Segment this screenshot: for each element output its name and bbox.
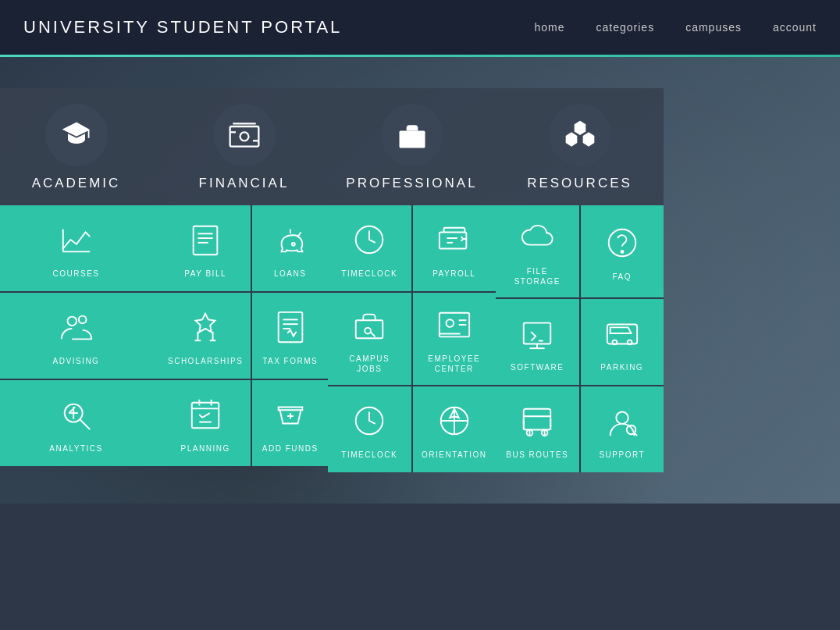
svg-marker-47 (582, 132, 594, 146)
employee-icon (436, 307, 472, 346)
svg-point-38 (446, 319, 454, 327)
category-label-financial: FINANCIAL (199, 176, 290, 191)
svg-line-5 (80, 419, 89, 429)
bus-icon (519, 403, 555, 442)
grid-item-label-professional-4: TIMECLOCK (341, 450, 397, 460)
svg-point-50 (621, 251, 623, 253)
money-icon (213, 104, 276, 166)
grid-item-label-financial-1: LOANS (274, 269, 306, 279)
hexagons-icon (549, 104, 611, 166)
grid-item-academic-2[interactable]: ANALYTICS (0, 380, 160, 466)
grid-item-label-resources-2: SOFTWARE (511, 362, 564, 372)
piggy-icon (272, 222, 308, 261)
parking-icon (604, 315, 640, 354)
svg-point-56 (612, 340, 617, 344)
grid-item-resources-2[interactable]: SOFTWARE (496, 299, 579, 385)
clock-icon (351, 222, 387, 261)
svg-point-10 (240, 132, 248, 141)
software-icon (519, 315, 555, 354)
category-col-resources: RESOURCESFILE STORAGEFAQSOFTWAREPARKINGB… (496, 88, 664, 472)
grid-item-professional-2[interactable]: CAMPUS JOBS (328, 293, 411, 385)
grid-item-professional-4[interactable]: TIMECLOCK (328, 386, 411, 472)
svg-point-66 (616, 411, 628, 423)
grid-item-label-academic-1: ADVISING (53, 356, 100, 366)
chart-line-icon (59, 222, 94, 261)
support-icon (604, 403, 640, 442)
grid-item-resources-1[interactable]: FAQ (581, 205, 664, 297)
grid-item-professional-3[interactable]: EMPLOYEE CENTER (413, 293, 497, 385)
category-col-financial: FINANCIALPAY BILLLOANSSCHOLARSHIPSTAX FO… (160, 88, 328, 472)
category-header-resources: RESOURCES (496, 88, 664, 205)
grid-item-financial-2[interactable]: SCHOLARSHIPS (160, 293, 251, 379)
category-label-resources: RESOURCES (527, 176, 632, 191)
portal-content: ACADEMICCOURSESADVISINGANALYTICSFINANCIA… (0, 57, 840, 504)
grid-item-financial-1[interactable]: LOANS (252, 205, 328, 291)
campusjobs-icon (351, 307, 387, 346)
bill-icon (187, 222, 223, 261)
nav-account[interactable]: account (773, 21, 817, 34)
graduation-icon (45, 104, 108, 166)
category-grid-financial: PAY BILLLOANSSCHOLARSHIPSTAX FORMSPLANNI… (160, 205, 328, 466)
grid-item-financial-4[interactable]: PLANNING (160, 380, 251, 466)
cloud-icon (519, 219, 555, 258)
grid-item-label-resources-5: SUPPORT (599, 450, 645, 460)
svg-rect-34 (356, 320, 383, 338)
category-header-financial: FINANCIAL (160, 88, 328, 205)
category-grid-resources: FILE STORAGEFAQSOFTWAREPARKINGBUS ROUTES… (496, 205, 664, 472)
grid-item-resources-4[interactable]: BUS ROUTES (496, 386, 579, 472)
analytics-icon (59, 397, 94, 436)
taxform-icon (272, 309, 308, 348)
category-grid-professional: TIMECLOCKPAYROLLCAMPUS JOBSEMPLOYEE CENT… (328, 205, 496, 472)
orientation-icon (436, 403, 472, 442)
svg-point-3 (78, 315, 86, 323)
grid-item-professional-1[interactable]: PAYROLL (413, 205, 497, 291)
svg-marker-48 (565, 132, 577, 146)
svg-line-36 (371, 333, 376, 337)
people-icon (59, 309, 94, 348)
navbar: UNIVERSITY STUDENT PORTAL home categorie… (0, 0, 840, 55)
grid-item-financial-3[interactable]: TAX FORMS (252, 293, 328, 379)
grid-item-label-academic-2: ANALYTICS (49, 443, 102, 454)
grid-item-label-financial-2: SCHOLARSHIPS (168, 356, 243, 366)
nav-home[interactable]: home (535, 21, 565, 34)
grid-item-label-professional-5: ORIENTATION (422, 450, 486, 460)
grid-item-academic-1[interactable]: ADVISING (0, 293, 160, 379)
grid-item-label-professional-0: TIMECLOCK (341, 269, 397, 279)
grid-item-resources-3[interactable]: PARKING (581, 299, 664, 385)
grid-item-label-financial-0: PAY BILL (184, 269, 226, 279)
clock-icon (351, 403, 387, 442)
grid-item-label-resources-3: PARKING (600, 362, 643, 372)
svg-point-57 (627, 340, 632, 344)
scholarship-icon (187, 309, 223, 348)
category-col-professional: PROFESSIONALTIMECLOCKPAYROLLCAMPUS JOBSE… (328, 88, 496, 472)
grid-item-professional-0[interactable]: TIMECLOCK (328, 205, 411, 291)
svg-point-35 (365, 328, 372, 334)
category-header-academic: ACADEMIC (0, 88, 160, 205)
category-label-professional: PROFESSIONAL (346, 176, 477, 191)
nav-categories[interactable]: categories (596, 21, 655, 34)
grid-item-professional-5[interactable]: ORIENTATION (413, 386, 497, 472)
question-icon (604, 225, 640, 264)
grid-item-label-resources-1: FAQ (612, 272, 632, 282)
svg-marker-46 (574, 121, 586, 135)
svg-rect-19 (278, 311, 302, 341)
category-col-academic: ACADEMICCOURSESADVISINGANALYTICS (0, 88, 160, 472)
svg-rect-9 (230, 126, 258, 147)
grid-item-financial-5[interactable]: ADD FUNDS (252, 380, 328, 466)
grid-item-label-professional-1: PAYROLL (432, 269, 475, 279)
category-header-professional: PROFESSIONAL (328, 88, 496, 205)
grid-item-label-professional-2: CAMPUS JOBS (336, 354, 404, 374)
nav-campuses[interactable]: campuses (685, 21, 742, 34)
grid-item-label-professional-3: EMPLOYEE CENTER (421, 354, 489, 374)
grid-item-resources-0[interactable]: FILE STORAGE (496, 205, 579, 297)
svg-rect-58 (524, 408, 551, 429)
category-grid-academic: COURSESADVISINGANALYTICS (0, 205, 160, 466)
addfunds-icon (272, 397, 308, 436)
grid-item-academic-0[interactable]: COURSES (0, 205, 160, 291)
payroll-icon (436, 222, 472, 261)
briefcase-icon (381, 104, 443, 166)
grid-item-financial-0[interactable]: PAY BILL (160, 205, 251, 291)
grid-item-resources-5[interactable]: SUPPORT (581, 386, 664, 472)
grid-item-label-academic-0: COURSES (53, 269, 100, 279)
nav-links: home categories campuses account (535, 21, 817, 34)
